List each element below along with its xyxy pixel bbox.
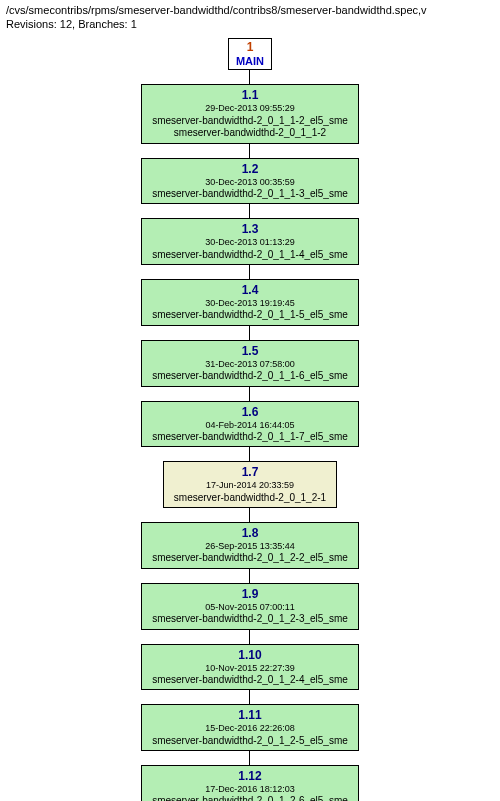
tree-connector: [249, 508, 250, 522]
revision-date: 04-Feb-2014 16:44:05: [152, 420, 348, 431]
tree-connector: [249, 204, 250, 218]
revision-version: 1.8: [152, 526, 348, 541]
revision-version: 1.5: [152, 344, 348, 359]
revision-tag: smeserver-bandwidthd-2_0_1_1-7_el5_sme: [152, 431, 348, 444]
page: /cvs/smecontribs/rpms/smeserver-bandwidt…: [0, 0, 500, 801]
tree-connector: [249, 751, 250, 765]
revision-date: 05-Nov-2015 07:00:11: [152, 602, 348, 613]
revision-date: 26-Sep-2015 13:35:44: [152, 541, 348, 552]
revision-node[interactable]: 1.604-Feb-2014 16:44:05smeserver-bandwid…: [141, 401, 359, 448]
tree-connector: [249, 447, 250, 461]
revision-tag: smeserver-bandwidthd-2_0_1_1-6_el5_sme: [152, 370, 348, 383]
revision-node[interactable]: 1.430-Dec-2013 19:19:45smeserver-bandwid…: [141, 279, 359, 326]
revision-date: 10-Nov-2015 22:27:39: [152, 663, 348, 674]
revision-node[interactable]: 1.230-Dec-2013 00:35:59smeserver-bandwid…: [141, 158, 359, 205]
revision-version: 1.10: [152, 648, 348, 663]
revision-tag: smeserver-bandwidthd-2_0_1_1-4_el5_sme: [152, 249, 348, 262]
revision-node[interactable]: 1.330-Dec-2013 01:13:29smeserver-bandwid…: [141, 218, 359, 265]
revision-tag: smeserver-bandwidthd-2_0_1_1-2_el5_sme: [152, 115, 348, 128]
revision-tag: smeserver-bandwidthd-2_0_1_2-1: [174, 492, 326, 505]
revision-tag: smeserver-bandwidthd-2_0_1_2-4_el5_sme: [152, 674, 348, 687]
revisions-summary: Revisions: 12, Branches: 1: [6, 16, 494, 30]
branch-name: MAIN: [233, 55, 267, 68]
tree-connector: [249, 326, 250, 340]
revision-node[interactable]: 1.1010-Nov-2015 22:27:39smeserver-bandwi…: [141, 644, 359, 691]
revision-tree: 1 MAIN 1.129-Dec-2013 09:55:29smeserver-…: [0, 32, 500, 801]
tree-connector: [249, 690, 250, 704]
revision-date: 31-Dec-2013 07:58:00: [152, 359, 348, 370]
revision-node[interactable]: 1.531-Dec-2013 07:58:00smeserver-bandwid…: [141, 340, 359, 387]
revision-date: 30-Dec-2013 00:35:59: [152, 177, 348, 188]
revision-version: 1.2: [152, 162, 348, 177]
revision-node[interactable]: 1.1217-Dec-2016 18:12:03smeserver-bandwi…: [141, 765, 359, 801]
revision-date: 15-Dec-2016 22:26:08: [152, 723, 348, 734]
branch-number: 1: [233, 41, 267, 55]
revision-version: 1.12: [152, 769, 348, 784]
revision-date: 17-Dec-2016 18:12:03: [152, 784, 348, 795]
revision-date: 17-Jun-2014 20:33:59: [174, 480, 326, 491]
file-path: /cvs/smecontribs/rpms/smeserver-bandwidt…: [6, 4, 494, 16]
tree-connector: [249, 265, 250, 279]
header: /cvs/smecontribs/rpms/smeserver-bandwidt…: [0, 0, 500, 32]
branch-root[interactable]: 1 MAIN: [228, 38, 272, 70]
revision-version: 1.3: [152, 222, 348, 237]
revision-date: 30-Dec-2013 19:19:45: [152, 298, 348, 309]
revision-tag: smeserver-bandwidthd-2_0_1_2-5_el5_sme: [152, 735, 348, 748]
revision-version: 1.7: [174, 465, 326, 480]
tree-connector: [249, 70, 250, 84]
revision-node[interactable]: 1.905-Nov-2015 07:00:11smeserver-bandwid…: [141, 583, 359, 630]
revision-date: 29-Dec-2013 09:55:29: [152, 103, 348, 114]
tree-connector: [249, 387, 250, 401]
tree-connector: [249, 630, 250, 644]
revision-node[interactable]: 1.717-Jun-2014 20:33:59smeserver-bandwid…: [163, 461, 337, 508]
revision-node[interactable]: 1.826-Sep-2015 13:35:44smeserver-bandwid…: [141, 522, 359, 569]
tree-connector: [249, 569, 250, 583]
revision-version: 1.9: [152, 587, 348, 602]
revision-date: 30-Dec-2013 01:13:29: [152, 237, 348, 248]
revision-tag: smeserver-bandwidthd-2_0_1_2-2_el5_sme: [152, 552, 348, 565]
revision-node[interactable]: 1.1115-Dec-2016 22:26:08smeserver-bandwi…: [141, 704, 359, 751]
revision-node[interactable]: 1.129-Dec-2013 09:55:29smeserver-bandwid…: [141, 84, 359, 143]
revision-version: 1.11: [152, 708, 348, 723]
tree-connector: [249, 144, 250, 158]
revision-tag: smeserver-bandwidthd-2_0_1_2-3_el5_sme: [152, 613, 348, 626]
revision-version: 1.4: [152, 283, 348, 298]
revision-version: 1.6: [152, 405, 348, 420]
revision-version: 1.1: [152, 88, 348, 103]
revision-tag: smeserver-bandwidthd-2_0_1_1-3_el5_sme: [152, 188, 348, 201]
revision-tag: smeserver-bandwidthd-2_0_1_1-5_el5_sme: [152, 309, 348, 322]
revision-tag: smeserver-bandwidthd-2_0_1_1-2: [152, 127, 348, 140]
revision-tag: smeserver-bandwidthd-2_0_1_2-6_el5_sme: [152, 795, 348, 801]
